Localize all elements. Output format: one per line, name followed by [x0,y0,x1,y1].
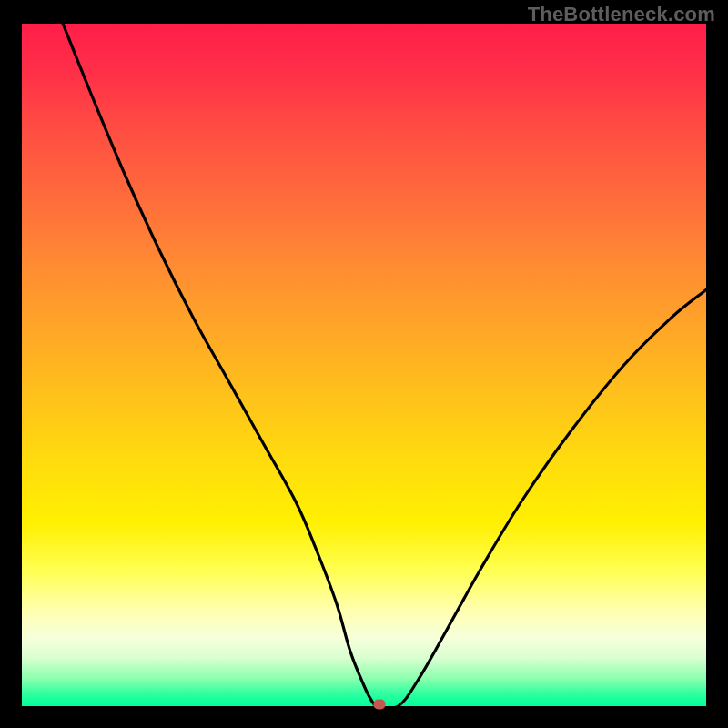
curve-svg [22,24,706,706]
bottleneck-curve-path [63,24,706,709]
plot-area [22,24,706,706]
minimum-marker [373,699,385,709]
chart-frame: TheBottleneck.com [0,0,728,728]
